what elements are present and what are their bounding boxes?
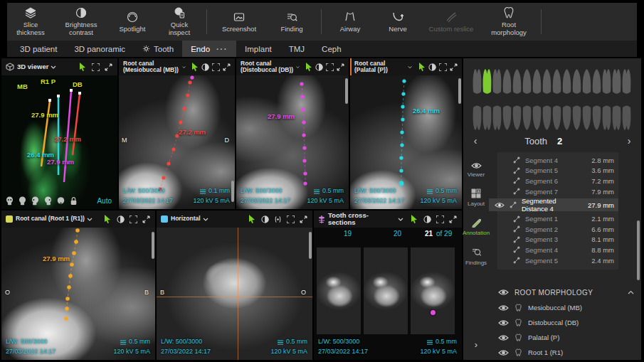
airway-button[interactable]: Airway <box>326 3 374 41</box>
eye-icon[interactable] <box>498 349 509 356</box>
tab-endo[interactable]: Endo ··· <box>182 41 236 57</box>
sync-icon[interactable] <box>273 214 283 224</box>
segment-row[interactable]: Segment 26.6 mm <box>497 224 618 235</box>
tooth-shape[interactable] <box>623 105 631 129</box>
expand-icon[interactable] <box>450 62 458 72</box>
slice-scrollbar[interactable] <box>231 181 234 202</box>
eye-icon[interactable] <box>495 202 505 208</box>
tooth-shape[interactable] <box>533 69 542 94</box>
tab-tooth[interactable]: Tooth <box>134 41 182 57</box>
tooth-chart[interactable] <box>463 64 641 135</box>
tooth-shape[interactable] <box>583 105 591 130</box>
tooth-shape[interactable] <box>543 105 551 130</box>
slice-scrollbar[interactable] <box>345 78 348 104</box>
expand-icon[interactable] <box>337 62 344 72</box>
expand-icon[interactable] <box>298 214 308 224</box>
rail-item-viewer[interactable]: Viewer <box>468 162 485 178</box>
tooth-shape[interactable] <box>503 69 512 94</box>
tooth-shape[interactable] <box>483 105 492 129</box>
root-morphology-header[interactable]: ROOT MORPHOLOGY <box>489 284 641 300</box>
tooth-shape[interactable] <box>483 69 492 93</box>
skull-right-icon[interactable] <box>44 196 52 206</box>
tooth-shape[interactable] <box>593 69 601 94</box>
contrast-icon[interactable] <box>201 62 209 72</box>
tooth-shape[interactable] <box>573 69 581 94</box>
tab-3d-patient[interactable]: 3D patient <box>11 41 65 57</box>
tab-tmj[interactable]: TMJ <box>280 41 313 57</box>
cursor-tool-icon[interactable] <box>418 62 426 72</box>
eye-icon[interactable] <box>498 319 509 326</box>
focus-icon[interactable] <box>128 214 138 224</box>
tooth-shape[interactable] <box>563 105 571 130</box>
canal-row-palatal[interactable]: Palatal (P) <box>489 330 641 345</box>
tooth-shape[interactable] <box>543 69 551 94</box>
3d-render-canvas[interactable]: MB R1 P DB 27.9 mm 27.2 mm 26.4 mm 27.9 … <box>1 75 117 209</box>
focus-icon[interactable] <box>90 62 100 72</box>
focus-icon[interactable] <box>439 62 447 72</box>
cursor-tool-icon[interactable] <box>247 214 257 224</box>
tooth-shape[interactable] <box>503 105 512 130</box>
spotlight-button[interactable]: Spotlight <box>108 3 157 41</box>
slice-scrollbar[interactable] <box>458 78 461 104</box>
ct-slice-canvas[interactable]: 26.4 mm L/W: 500/3000 27/03/2022 14:17 0… <box>350 75 462 209</box>
brightness-contrast-button[interactable]: Brightness contrast <box>54 3 108 41</box>
tooth-shape[interactable] <box>563 69 571 94</box>
tab-implant[interactable]: Implant <box>236 41 280 57</box>
tab-ceph[interactable]: Ceph <box>313 41 350 57</box>
prev-tooth-button[interactable]: ‹ <box>463 135 487 147</box>
segment-row[interactable]: Segment 48.8 mm <box>497 245 618 255</box>
cursor-tool-icon[interactable] <box>102 214 112 224</box>
tooth-shape[interactable] <box>473 105 482 129</box>
cursor-tool-icon[interactable] <box>305 62 312 72</box>
slice-scrollbar[interactable] <box>152 232 154 259</box>
tooth-shape[interactable] <box>523 69 532 94</box>
segment-row[interactable]: Segment 12.1 mm <box>497 213 618 224</box>
expand-icon[interactable] <box>448 214 458 224</box>
cursor-tool-icon[interactable] <box>191 62 199 72</box>
segment-row[interactable]: Segment 52.4 mm <box>497 255 618 266</box>
slice-thickness-button[interactable]: Slice thickness <box>7 3 54 41</box>
tooth-shape[interactable] <box>623 69 631 93</box>
canal-row-distobuccal[interactable]: Distobuccal (DB) <box>489 315 641 330</box>
tooth-shape[interactable] <box>473 69 482 93</box>
cross-section-thumb[interactable] <box>364 247 408 334</box>
eye-icon[interactable] <box>498 304 509 312</box>
viewport-title-dropdown[interactable]: Tooth cross-sections <box>328 212 403 227</box>
rail-item-annotation[interactable]: Annotation <box>463 218 490 236</box>
tooth-shape[interactable] <box>583 69 591 94</box>
ct-slice-canvas[interactable]: 27.9 mm L/W: 500/3000 27/03/2022 14:17 0… <box>236 75 349 209</box>
tooth-shape[interactable] <box>603 105 611 129</box>
auto-orientation-button[interactable]: Auto <box>97 197 112 205</box>
tooth-shape[interactable] <box>573 105 581 130</box>
canal-point[interactable] <box>431 310 436 315</box>
segment-row[interactable]: Segment 42.8 mm <box>497 155 618 166</box>
segment-row[interactable]: Segment 53.6 mm <box>497 166 618 176</box>
tooth-shape[interactable] <box>533 105 542 130</box>
segment-row[interactable]: Segment 67.2 mm <box>497 176 618 186</box>
eye-icon[interactable] <box>498 289 509 296</box>
rail-item-findings[interactable]: Findings <box>465 247 487 266</box>
tab-overflow-menu[interactable]: ··· <box>216 45 228 53</box>
next-tooth-button[interactable]: › <box>617 135 641 147</box>
canal-row-root1[interactable]: Root 1 (R1) <box>489 345 641 360</box>
contrast-icon[interactable] <box>422 214 432 224</box>
viewport-title-dropdown[interactable]: Root canal (Mesiobuccal (MB)) <box>123 60 186 74</box>
panel-scrollbar[interactable] <box>637 220 640 280</box>
segment-row[interactable]: Segment 77.9 mm <box>497 186 618 197</box>
viewport-title-dropdown[interactable]: Root canal (Root 1 (R1)) <box>16 215 93 222</box>
tab-3d-panoramic[interactable]: 3D panoramic <box>65 41 134 57</box>
cross-section-thumb[interactable] <box>317 247 361 334</box>
viewport-title-dropdown[interactable]: Root canal (Distobuccal (DB)) <box>241 60 300 74</box>
rail-item-layout[interactable]: Layout <box>468 188 485 207</box>
screenshot-button[interactable]: Screenshot <box>211 3 267 41</box>
ct-slice-canvas[interactable]: B O L/W: 500/3000 27/03/2022 14:17 0.5 m… <box>157 228 312 360</box>
focus-icon[interactable] <box>285 214 295 224</box>
canal-row-mesiobuccal[interactable]: Mesiobuccal (MB) <box>489 300 641 315</box>
skull-top-icon[interactable] <box>57 196 65 206</box>
contrast-icon[interactable] <box>115 214 125 224</box>
tooth-shape[interactable] <box>493 69 502 93</box>
segment-row[interactable]: Segment 38.1 mm <box>497 235 618 245</box>
ct-slice-canvas[interactable]: 27.2 mm M D L/W: 500/3000 27/03/2022 14:… <box>119 75 235 209</box>
tooth-shape[interactable] <box>553 69 561 94</box>
cursor-tool-icon[interactable] <box>78 62 88 72</box>
